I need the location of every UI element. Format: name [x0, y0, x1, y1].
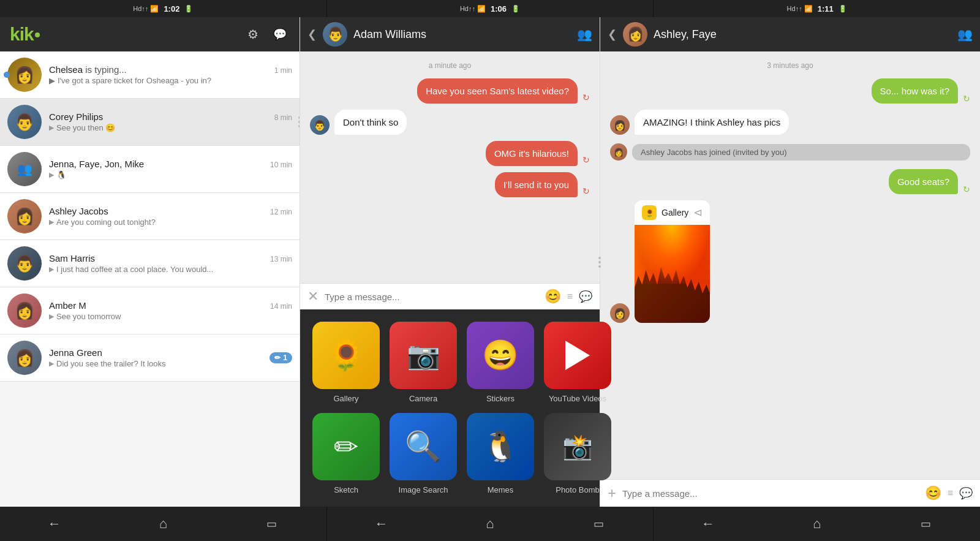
chat-panel-ashley: ❮ 👩 Ashley, Faye 👥 3 minutes ago ↻ So...…: [600, 17, 980, 507]
avatar-corey: 👨: [7, 105, 42, 139]
media-item-youtube[interactable]: YouTube Videos: [544, 322, 611, 403]
status-bar-2: Hd↑↑ 📶 1:06 🔋: [327, 0, 654, 17]
unread-indicator: [4, 72, 10, 78]
media-item-imagesearch[interactable]: 🔍 Image Search: [390, 413, 457, 494]
back-button-3[interactable]: [696, 512, 720, 536]
ashley-msg-2: 👩 AMAZING! I think Ashley has pics: [610, 110, 970, 135]
concert-lights: [635, 225, 710, 284]
media-item-camera[interactable]: 📷 Camera: [390, 322, 457, 403]
conv-time-sam: 13 min: [270, 255, 292, 263]
avatar-gallery-sender: 👩: [610, 303, 630, 323]
sketch-label: Sketch: [334, 485, 358, 494]
ashley-header: ❮ 👩 Ashley, Faye 👥: [600, 17, 980, 51]
conversation-jenna-green[interactable]: 👩 Jenna Green ▶ Did you see the trailer?…: [0, 335, 300, 382]
gallery-icon-box: 🌻: [312, 322, 380, 389]
people-icon-ashley[interactable]: 👥: [957, 27, 973, 42]
back-icon-1: [48, 516, 61, 532]
msg-bubble-1: Have you seen Sam's latest video?: [417, 78, 578, 104]
compose-icon[interactable]: 💬: [270, 25, 290, 44]
media-item-sketch[interactable]: ✏ Sketch: [312, 413, 380, 494]
conversation-ashley-jacobs[interactable]: 👩 Ashley Jacobs 12 min ▶ Are you coming …: [0, 193, 300, 240]
chat-header-adam: ❮ 👨 Adam Williams 👥: [300, 17, 600, 51]
emoji-icon-ashley[interactable]: 😊: [925, 485, 941, 501]
message-input-adam[interactable]: [325, 292, 538, 302]
conv-content-corey: Corey Philips 8 min ▶ See you then 😊: [49, 112, 292, 132]
back-chevron-adam[interactable]: ❮: [307, 28, 317, 41]
memes-icon: 🐧: [482, 429, 519, 464]
stickers-label: Stickers: [486, 394, 514, 403]
camera-icon: 📷: [407, 339, 440, 371]
imagesearch-label: Image Search: [399, 485, 448, 494]
media-item-photobomb[interactable]: 📸 Photo Bomb: [544, 413, 611, 494]
conv-preview-chelsea: ▶ I've got a spare ticket for Osheaga - …: [49, 76, 292, 85]
back-chevron-ashley[interactable]: ❮: [608, 28, 617, 41]
gallery-card-title: Gallery: [662, 208, 688, 218]
conv-name-jenna: Jenna Green: [49, 347, 102, 358]
list-icon-ashley[interactable]: ≡: [948, 488, 953, 499]
gallery-card-icon: 🌻: [642, 205, 657, 220]
sketch-icon-box: ✏: [312, 413, 380, 480]
youtube-label: YouTube Videos: [549, 394, 606, 403]
back-icon-2: [374, 516, 388, 532]
recents-button-2[interactable]: [587, 512, 611, 536]
emoji-icon-adam[interactable]: 😊: [545, 289, 561, 305]
panel-drag-handle-2[interactable]: [596, 250, 603, 274]
home-button-2[interactable]: [478, 512, 502, 536]
signal-1: Hd↑↑ 📶: [133, 5, 159, 13]
gallery-label: Gallery: [333, 394, 358, 403]
share-icon[interactable]: ⊲: [693, 206, 703, 219]
search-icon: 🔍: [405, 429, 442, 464]
nav-section-1: [0, 507, 327, 541]
message-input-ashley[interactable]: [622, 488, 919, 499]
conversation-group[interactable]: 👥 Jenna, Faye, Jon, Mike 10 min ▶ 🐧: [0, 146, 300, 193]
chat-messages-adam: a minute ago ↻ Have you seen Sam's lates…: [300, 51, 600, 283]
close-icon[interactable]: ✕: [307, 289, 318, 305]
sunflower-icon: 🌻: [328, 338, 364, 373]
time-3: 1:11: [818, 4, 834, 13]
send-icon-adam[interactable]: 💬: [579, 290, 592, 303]
settings-icon[interactable]: ⚙: [243, 25, 263, 44]
media-item-stickers[interactable]: 😄 Stickers: [467, 322, 534, 403]
signal-3: Hd↑↑ 📶: [787, 5, 813, 13]
people-icon-adam[interactable]: 👥: [577, 27, 592, 42]
recents-button-1[interactable]: [260, 512, 284, 536]
imagesearch-icon-box: 🔍: [390, 413, 457, 480]
home-button-1[interactable]: [151, 512, 175, 536]
conv-content-chelsea: Chelsea is typing... 1 min ▶ I've got a …: [49, 64, 292, 85]
youtube-icon-box: [544, 322, 611, 389]
send-icon-ashley[interactable]: 💬: [959, 486, 973, 500]
media-picker: 🌻 Gallery 📷 Camera 😄 Stickers: [300, 309, 600, 507]
conversation-corey[interactable]: 👨 Corey Philips 8 min ▶ See you then 😊: [0, 99, 300, 146]
back-button-1[interactable]: [42, 512, 67, 536]
panel-drag-handle-1[interactable]: [296, 110, 300, 134]
system-message: 👩 Ashley Jacobs has joined (invited by y…: [610, 143, 970, 161]
list-icon-adam[interactable]: ≡: [567, 291, 573, 302]
home-button-3[interactable]: [805, 512, 829, 536]
avatar-amber: 👩: [7, 293, 42, 328]
conv-content-ashley: Ashley Jacobs 12 min ▶ Are you coming ou…: [49, 206, 292, 227]
conv-preview-sam: ▶ I just had coffee at a cool place. You…: [49, 265, 292, 274]
conv-preview-amber: ▶ See you tomorrow: [49, 312, 292, 321]
msg-bubble-2: Don't think so: [334, 110, 407, 135]
conv-name-group: Jenna, Faye, Jon, Mike: [49, 159, 144, 169]
msg-bubble-3: OMG it's hilarious!: [486, 141, 578, 166]
pencil-badge-icon: ✏: [274, 354, 281, 362]
avatar-ashley-jacobs: 👩: [7, 199, 42, 233]
back-button-2[interactable]: [369, 512, 393, 536]
msg-status-a1: ↻: [963, 94, 970, 104]
battery-3: 🔋: [839, 5, 847, 13]
ashley-msg-1: ↻ So... how was it?: [610, 78, 970, 104]
recents-button-3[interactable]: [913, 512, 938, 536]
conversation-sam[interactable]: 👨 Sam Harris 13 min ▶ I just had coffee …: [0, 240, 300, 287]
conversation-amber[interactable]: 👩 Amber M 14 min ▶ See you tomorrow: [0, 287, 300, 335]
conversation-chelsea[interactable]: 👩 Chelsea is typing... 1 min ▶ I've got …: [0, 51, 300, 99]
avatar-ashley-small: 👩: [610, 115, 630, 135]
signal-2: Hd↑↑ 📶: [460, 5, 486, 13]
media-item-memes[interactable]: 🐧 Memes: [467, 413, 534, 494]
stickers-icon-box: 😄: [467, 322, 534, 389]
msg-bubble-a2: AMAZING! I think Ashley has pics: [635, 110, 789, 135]
media-item-gallery[interactable]: 🌻 Gallery: [312, 322, 380, 403]
msg-status-4: ↻: [582, 186, 590, 196]
conv-time-chelsea: 1 min: [274, 66, 292, 75]
conv-name-corey: Corey Philips: [49, 112, 103, 122]
